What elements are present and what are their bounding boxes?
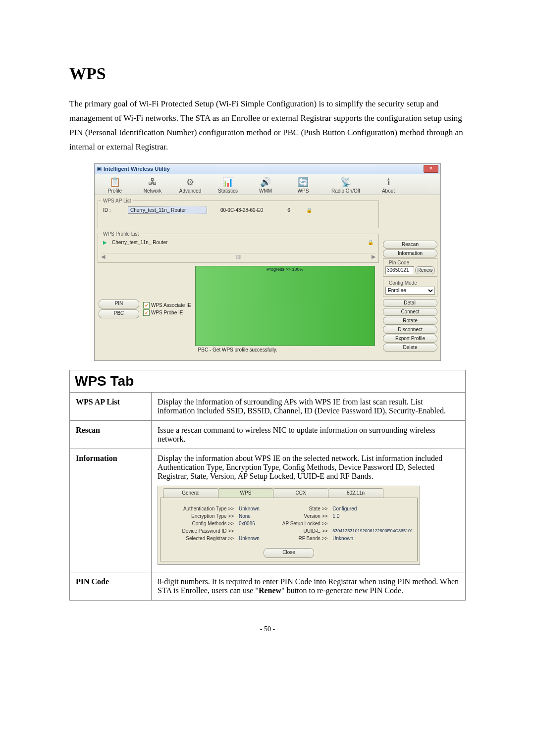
detail-button[interactable]: Detail — [383, 299, 437, 307]
tab-wmm[interactable]: 🔊WMM — [248, 176, 283, 194]
delete-button[interactable]: Delete — [383, 344, 437, 352]
ap-ssid: Cherry_test_11n_ Router — [128, 206, 207, 214]
id-label: ID : — [103, 207, 123, 213]
scroll-left-icon[interactable]: ◀ — [101, 253, 105, 260]
network-icon: 🖧 — [135, 176, 170, 188]
tab-label: Radio On/Off — [331, 188, 360, 194]
status-text: PBC - Get WPS profile successfully. — [195, 347, 375, 353]
checkbox-label: WPS Probe IE — [151, 310, 183, 315]
pin-code-label: Pin Code — [387, 260, 411, 265]
wps-probe-ie-checkbox[interactable]: ✔WPS Probe IE — [143, 309, 191, 316]
lock-icon: 🔒 — [306, 207, 312, 213]
selected-registrar-label: Selected Registrar >> — [164, 536, 236, 541]
config-mode-select[interactable]: Enrollee — [385, 287, 435, 295]
ap-channel: 6 — [276, 207, 301, 213]
tab-general[interactable]: General — [163, 488, 218, 498]
row-text: Display the information about WPS IE on … — [152, 449, 466, 572]
config-methods-label: Config Methods >> — [164, 521, 236, 526]
ap-list-row[interactable]: ID : Cherry_test_11n_ Router 00-0C-43-28… — [101, 205, 375, 215]
disconnect-button[interactable]: Disconnect — [383, 326, 437, 334]
export-profile-button[interactable]: Export Profile — [383, 335, 437, 343]
pin-button[interactable]: PIN — [99, 300, 139, 308]
tab-ccx[interactable]: CCX — [273, 488, 328, 498]
tab-wps[interactable]: WPS — [218, 488, 273, 498]
tab-advanced[interactable]: ⚙Advanced — [173, 176, 208, 194]
page-heading: WPS — [69, 64, 466, 83]
selected-registrar-value: Unknown — [236, 536, 272, 541]
row-label: WPS AP List — [70, 392, 152, 420]
renew-button[interactable]: Renew — [415, 266, 435, 274]
rescan-button[interactable]: Rescan — [383, 241, 437, 249]
tab-wps[interactable]: 🔄WPS — [286, 176, 321, 194]
tab-label: WMM — [259, 188, 272, 194]
ap-bssid: 00-0C-43-28-60-E0 — [212, 207, 271, 213]
tab-statistics[interactable]: 📊Statistics — [211, 176, 245, 194]
wps-ap-list-legend: WPS AP List — [101, 198, 133, 203]
connect-button[interactable]: Connect — [383, 308, 437, 316]
auth-type-label: Authentication Type >> — [164, 506, 236, 511]
information-button[interactable]: Information — [383, 250, 437, 257]
wmm-icon: 🔊 — [248, 176, 283, 188]
enc-type-label: Encryption Type >> — [164, 513, 236, 519]
window-title: Intelligent Wireless Utiltiy — [104, 166, 170, 172]
pbc-button[interactable]: PBC — [99, 309, 139, 318]
row-text-span: Display the information about WPS IE on … — [158, 454, 442, 480]
tab-about[interactable]: ℹAbout — [371, 176, 406, 194]
state-value: Configured — [329, 506, 413, 511]
tab-network[interactable]: 🖧Network — [135, 176, 170, 194]
wps-profile-list-legend: WPS Profile List — [101, 231, 141, 237]
close-icon[interactable]: ✕ — [424, 165, 438, 173]
tab-radio[interactable]: 📡Radio On/Off — [323, 176, 368, 194]
wps-info-dialog: General WPS CCX 802.11n Authentication T… — [158, 486, 420, 565]
table-title: WPS Tab — [70, 370, 466, 392]
tab-label: Profile — [108, 188, 122, 194]
ap-setup-locked-label: AP Setup Locked >> — [278, 521, 329, 526]
tab-label: Advanced — [179, 188, 201, 194]
pin-code-value: 30650121 — [385, 266, 414, 274]
rotate-button[interactable]: Rotate — [383, 317, 437, 325]
row-text-span: " button to re-generate new PIN Code. — [281, 586, 403, 595]
row-label: PIN Code — [70, 572, 152, 600]
device-pwid-label: Device Password ID >> — [164, 528, 236, 534]
toolbar: 📋Profile 🖧Network ⚙Advanced 📊Statistics … — [95, 174, 440, 195]
play-icon: ▶ — [103, 240, 107, 245]
row-label: Information — [70, 449, 152, 572]
progress-bar: Progress >> 100% — [195, 266, 375, 346]
tab-label: Network — [144, 188, 162, 194]
wps-associate-ie-checkbox[interactable]: ✔WPS Associate IE — [143, 302, 191, 308]
page-number: - 50 - — [69, 625, 466, 633]
table-row: WPS AP List Display the information of s… — [70, 392, 466, 420]
version-value: 1.0 — [329, 513, 413, 519]
intro-paragraph: The primary goal of Wi-Fi Protected Setu… — [69, 97, 466, 154]
profile-list-row[interactable]: ▶ Cherry_test_11n_ Router 🔒 — [101, 239, 375, 246]
scroll-right-icon[interactable]: ▶ — [372, 253, 375, 260]
row-text: Issue a rescan command to wireless NIC t… — [152, 420, 466, 449]
auth-type-value: Unknown — [236, 506, 272, 511]
tab-label: WPS — [298, 188, 309, 194]
config-mode-label: Config Mode — [387, 280, 419, 286]
version-label: Version >> — [278, 513, 329, 519]
app-icon: ▣ — [97, 165, 102, 172]
rf-bands-value: Unknown — [329, 536, 413, 541]
tab-profile[interactable]: 📋Profile — [98, 176, 132, 194]
config-methods-value: 0x0086 — [236, 521, 272, 526]
lock-icon: 🔒 — [368, 240, 374, 245]
gear-icon: ⚙ — [173, 176, 208, 188]
row-text-bold: Renew — [259, 586, 281, 595]
close-button[interactable]: Close — [264, 548, 314, 558]
row-label: Rescan — [70, 420, 152, 449]
checkbox-label: WPS Associate IE — [151, 302, 191, 308]
wps-icon: 🔄 — [286, 176, 321, 188]
about-icon: ℹ — [371, 176, 406, 188]
tab-80211n[interactable]: 802.11n — [328, 488, 383, 498]
device-pwid-value — [236, 528, 272, 534]
stats-icon: 📊 — [211, 176, 245, 188]
uuid-e-value: 6304125310192006122800E04C865101 — [329, 528, 413, 534]
state-label: State >> — [278, 506, 329, 511]
rf-bands-label: RF Bands >> — [278, 536, 329, 541]
enc-type-value: None — [236, 513, 272, 519]
profile-ssid: Cherry_test_11n_ Router — [112, 240, 221, 245]
table-row: Rescan Issue a rescan command to wireles… — [70, 420, 466, 449]
table-row: PIN Code 8-digit numbers. It is required… — [70, 572, 466, 600]
profile-icon: 📋 — [98, 176, 132, 188]
